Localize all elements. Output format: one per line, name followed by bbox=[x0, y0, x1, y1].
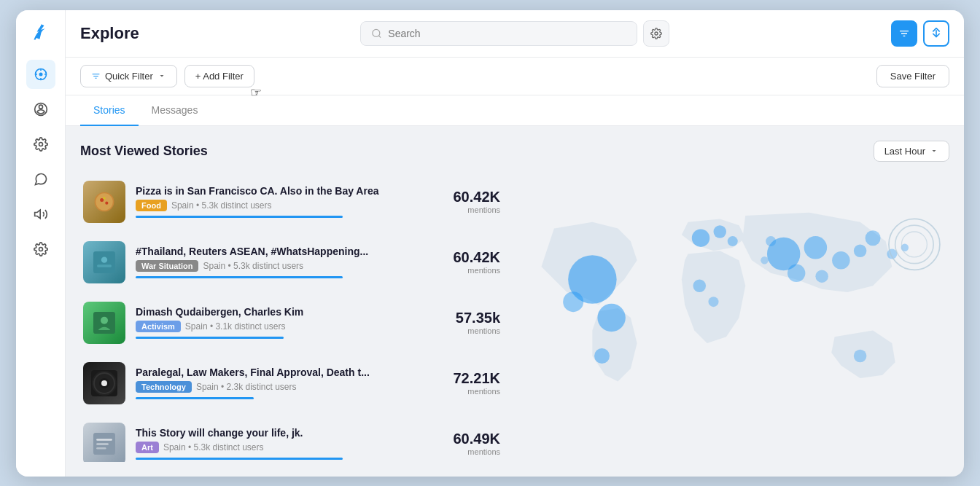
paralegal-icon bbox=[91, 370, 117, 396]
svg-point-45 bbox=[815, 270, 828, 282]
sidebar-item-chat[interactable] bbox=[26, 200, 55, 229]
header-center bbox=[360, 20, 669, 47]
stories-map: Pizza is in San Francisco CA. Also in th… bbox=[80, 173, 949, 462]
story-item[interactable]: Paralegal, Law Makers, Final Approval, D… bbox=[80, 355, 503, 412]
svg-point-34 bbox=[594, 348, 610, 363]
story-tag: Food bbox=[136, 200, 167, 211]
sidebar bbox=[16, 10, 66, 477]
svg-point-17 bbox=[103, 197, 105, 199]
story-thumbnail bbox=[83, 423, 125, 462]
svg-point-49 bbox=[766, 236, 776, 246]
sort-icon bbox=[930, 28, 942, 39]
mentions-count: 60.42K bbox=[454, 189, 501, 205]
header-actions bbox=[891, 20, 949, 47]
map-area bbox=[503, 173, 949, 462]
story-location: Spain • 5.3k distinct users bbox=[171, 200, 272, 211]
story-meta: Activism Spain • 3.1k distinct users bbox=[136, 321, 432, 332]
filter-left: Quick Filter + Add Filter ☞ bbox=[80, 65, 254, 87]
story-thumbnail bbox=[83, 241, 125, 283]
svg-line-10 bbox=[379, 35, 381, 37]
story-item[interactable]: #Thailand, Reuters ASEAN, #WhatsHappenin… bbox=[80, 234, 503, 291]
svg-point-35 bbox=[692, 229, 709, 246]
story-headline: Paralegal, Law Makers, Final Approval, D… bbox=[136, 367, 384, 378]
story-headline: This Story will change your life, jk. bbox=[136, 427, 384, 439]
pizza-icon bbox=[93, 191, 115, 213]
story-tag: Art bbox=[136, 442, 159, 453]
tabs-bar: Stories Messages bbox=[66, 95, 964, 126]
svg-point-37 bbox=[728, 236, 738, 246]
tab-stories-label: Stories bbox=[93, 104, 125, 116]
story-headline: Pizza is in San Francisco CA. Also in th… bbox=[136, 185, 384, 197]
svg-point-25 bbox=[101, 380, 107, 386]
mentions-count: 72.21K bbox=[454, 370, 501, 386]
story-item[interactable]: This Story will change your life, jk. Ar… bbox=[80, 415, 503, 462]
story-tag: Activism bbox=[136, 321, 181, 332]
story-item[interactable]: Dimash Qudaibergen, Charles Kim Activism… bbox=[80, 294, 503, 352]
svg-point-6 bbox=[39, 142, 42, 146]
svg-rect-28 bbox=[96, 439, 112, 441]
story-bar bbox=[136, 458, 343, 460]
time-filter-label: Last Hour bbox=[884, 146, 925, 157]
svg-point-15 bbox=[100, 198, 104, 202]
story-bar bbox=[136, 216, 343, 218]
tab-messages-label: Messages bbox=[152, 104, 198, 116]
content-area: Most Viewed Stories Last Hour bbox=[66, 126, 964, 477]
sidebar-item-explore[interactable] bbox=[26, 60, 55, 89]
section-header: Most Viewed Stories Last Hour bbox=[80, 141, 949, 162]
page-title: Explore bbox=[80, 24, 139, 43]
filter-active-button[interactable] bbox=[891, 20, 917, 47]
filter-bar: Quick Filter + Add Filter ☞ Save Filter bbox=[66, 58, 964, 95]
story-tag: War Situation bbox=[136, 260, 198, 272]
time-chevron-icon bbox=[930, 146, 938, 155]
search-input[interactable] bbox=[388, 28, 626, 39]
sort-button[interactable] bbox=[923, 20, 949, 47]
story-bar bbox=[136, 337, 284, 339]
sidebar-item-settings2[interactable] bbox=[26, 235, 55, 264]
svg-point-41 bbox=[804, 236, 827, 259]
add-filter-label: + Add Filter bbox=[195, 71, 244, 82]
story-thumbnail bbox=[83, 362, 125, 404]
main-content: Explore bbox=[66, 10, 964, 477]
search-box[interactable] bbox=[360, 21, 637, 46]
quick-filter-button[interactable]: Quick Filter bbox=[80, 65, 177, 87]
story-mentions: 60.42K mentions bbox=[442, 189, 500, 214]
tab-messages[interactable]: Messages bbox=[139, 95, 211, 126]
sidebar-item-alert[interactable] bbox=[26, 95, 55, 124]
svg-point-50 bbox=[761, 256, 768, 264]
story-mentions: 72.21K mentions bbox=[442, 370, 500, 396]
map-bubbles-svg bbox=[503, 173, 949, 462]
quick-filter-label: Quick Filter bbox=[105, 71, 153, 82]
time-filter-button[interactable]: Last Hour bbox=[874, 141, 949, 162]
svg-point-46 bbox=[866, 230, 881, 246]
story-info: This Story will change your life, jk. Ar… bbox=[136, 427, 432, 460]
story-mentions: 60.49K mentions bbox=[442, 431, 500, 456]
save-filter-label: Save Filter bbox=[890, 71, 936, 82]
story-location: Spain • 2.3k distinct users bbox=[196, 382, 297, 392]
story-headline: #Thailand, Reuters ASEAN, #WhatsHappenin… bbox=[136, 246, 384, 257]
chevron-down-icon bbox=[158, 71, 166, 80]
mentions-label: mentions bbox=[442, 266, 500, 275]
sidebar-item-settings[interactable] bbox=[26, 130, 55, 159]
svg-point-19 bbox=[101, 256, 107, 262]
tab-stories[interactable]: Stories bbox=[80, 95, 139, 126]
svg-point-22 bbox=[101, 316, 108, 324]
svg-point-39 bbox=[709, 297, 719, 307]
sidebar-logo[interactable] bbox=[31, 22, 51, 45]
save-filter-button[interactable]: Save Filter bbox=[876, 65, 949, 87]
story-meta: War Situation Spain • 5.3k distinct user… bbox=[136, 260, 432, 272]
settings-gear-button[interactable] bbox=[643, 20, 669, 47]
story-location: Spain • 3.1k distinct users bbox=[185, 321, 286, 332]
add-filter-button[interactable]: + Add Filter bbox=[184, 65, 254, 87]
svg-point-43 bbox=[854, 244, 866, 256]
mentions-count: 60.42K bbox=[454, 249, 501, 265]
sidebar-item-megaphone[interactable] bbox=[26, 165, 55, 194]
story-icon bbox=[93, 433, 115, 455]
svg-rect-30 bbox=[96, 447, 106, 450]
story-mentions: 57.35k mentions bbox=[442, 310, 500, 335]
story-bar bbox=[136, 397, 254, 399]
story-item[interactable]: Pizza is in San Francisco CA. Also in th… bbox=[80, 173, 503, 231]
story-tag: Technology bbox=[136, 381, 192, 393]
quick-filter-icon bbox=[91, 71, 101, 81]
dimash-icon bbox=[93, 312, 115, 334]
header: Explore bbox=[66, 10, 964, 58]
